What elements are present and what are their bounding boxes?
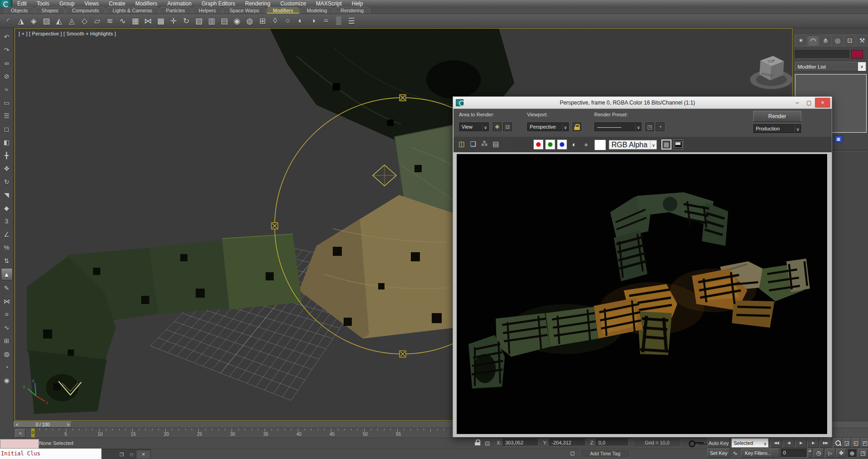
render-button[interactable]: Render: [753, 111, 801, 122]
select-scale-icon[interactable]: ◥: [1, 189, 12, 200]
tab-lights-cameras[interactable]: Lights & Cameras: [106, 7, 158, 14]
angle-snap-icon[interactable]: ∠: [1, 229, 12, 240]
clone-window-icon[interactable]: ⁂: [480, 140, 489, 149]
tab-space-warps[interactable]: Space Warps: [223, 7, 266, 14]
select-placement-icon[interactable]: ◆: [1, 202, 12, 214]
environment-icon[interactable]: ◔: [656, 122, 665, 131]
rendered-image[interactable]: [457, 154, 827, 434]
select-rotate-icon[interactable]: ↻: [1, 176, 12, 187]
push-modifier-icon[interactable]: ◇: [78, 15, 91, 27]
go-to-start-icon[interactable]: ◀◀: [770, 438, 782, 448]
zoom-icon[interactable]: [833, 438, 842, 448]
monitor-icon[interactable]: [673, 140, 683, 150]
auto-region-icon[interactable]: ⊡: [503, 122, 512, 131]
align-icon[interactable]: ≡: [1, 309, 12, 320]
tab-modifiers[interactable]: Modifiers: [266, 7, 300, 14]
maximize-window-button[interactable]: □: [127, 450, 137, 459]
menu-item[interactable]: Graph Editors: [197, 0, 240, 7]
curve-editor-icon[interactable]: ∿: [1, 322, 12, 333]
rendered-frame-window[interactable]: Perspective, frame 0, RGBA Color 16 Bits…: [453, 96, 832, 437]
shell-modifier-icon[interactable]: ○: [281, 15, 294, 27]
menu-item[interactable]: Create: [104, 0, 130, 7]
mini-curve-editor-button[interactable]: ≈: [15, 429, 25, 438]
material-editor-icon[interactable]: ◍: [1, 348, 12, 359]
smooth-modifier-icon[interactable]: ◉: [231, 15, 243, 27]
displace-modifier-icon[interactable]: ▩: [154, 15, 167, 27]
tab-shapes[interactable]: Shapes: [35, 7, 64, 14]
select-object-icon[interactable]: ▭: [1, 97, 12, 108]
go-to-end-icon[interactable]: ▶▶: [819, 438, 831, 448]
restore-window-button[interactable]: ❐: [117, 450, 127, 459]
edit-region-icon[interactable]: ✥: [493, 122, 502, 131]
menu-item[interactable]: Help: [347, 0, 368, 7]
modifier-list-dropdown[interactable]: Modifier List: [795, 62, 866, 71]
morpher-modifier-icon[interactable]: ◑: [307, 15, 320, 27]
play-icon[interactable]: ▶: [795, 438, 807, 448]
bend-modifier-icon[interactable]: ◜: [2, 15, 15, 27]
panel-tab-modify[interactable]: ◠: [807, 35, 819, 46]
rect-selection-icon[interactable]: ◻: [1, 123, 12, 135]
pan-hand-button[interactable]: ✥: [836, 449, 846, 458]
select-by-name-icon[interactable]: ☰: [1, 110, 12, 121]
percent-snap-icon[interactable]: %: [1, 242, 12, 253]
panel-tab-utilities[interactable]: ⚒: [856, 35, 868, 46]
red-channel-button[interactable]: [533, 140, 543, 150]
redo-icon[interactable]: ↷: [1, 44, 12, 55]
xform-modifier-icon[interactable]: ✛: [167, 15, 180, 27]
selection-region-icon[interactable]: ⊡: [485, 440, 490, 447]
viewport-dropdown[interactable]: Perspective: [527, 122, 569, 131]
maxscript-listener-output[interactable]: Initial Clus: [0, 449, 102, 459]
key-mode-toggle[interactable]: [770, 449, 779, 458]
lattice-modifier-icon[interactable]: ▦: [129, 15, 142, 27]
area-to-render-dropdown[interactable]: View: [459, 122, 489, 131]
zoom-extents-all-icon[interactable]: ◰: [861, 438, 868, 448]
edit-poly-icon[interactable]: ▥: [205, 15, 218, 27]
render-setup-small-icon[interactable]: ◳: [645, 122, 654, 131]
select-link-icon[interactable]: ∞: [1, 57, 12, 69]
copy-image-icon[interactable]: ❏: [469, 140, 478, 149]
configure-modifier-sets-icon[interactable]: ▦: [834, 135, 843, 143]
coord-x-field[interactable]: 303,052: [503, 439, 538, 446]
optimize-modifier-icon[interactable]: ◊: [269, 15, 281, 27]
play-selected-button[interactable]: ▷: [825, 449, 835, 458]
named-selection-icon[interactable]: ✎: [1, 282, 12, 294]
production-preset-dropdown[interactable]: Production: [753, 124, 801, 133]
alpha-channel-icon[interactable]: ●: [582, 140, 591, 149]
edit-patch-icon[interactable]: ▤: [218, 15, 231, 27]
modifier-list-arrow[interactable]: ∨: [858, 62, 866, 71]
flex-modifier-icon[interactable]: ≈: [320, 15, 332, 27]
menu-item[interactable]: Animation: [163, 0, 197, 7]
set-keys-key-icon[interactable]: [689, 439, 704, 446]
current-frame-marker[interactable]: 0: [31, 428, 35, 438]
stretch-modifier-icon[interactable]: ◭: [53, 15, 65, 27]
selection-lock-icon[interactable]: [475, 439, 480, 445]
skew-modifier-icon[interactable]: ◬: [65, 15, 78, 27]
channel-display-dropdown[interactable]: RGB Alpha: [609, 140, 657, 150]
bind-spacewarp-icon[interactable]: ≈: [1, 84, 12, 95]
panel-tab-display[interactable]: ⊡: [843, 35, 856, 46]
clear-image-icon[interactable]: ×: [503, 140, 513, 149]
menu-item[interactable]: Rendering: [240, 0, 275, 7]
menu-item[interactable]: Views: [79, 0, 104, 7]
schematic-view-icon[interactable]: ⊞: [1, 335, 12, 346]
menu-item[interactable]: Customize: [275, 0, 311, 7]
wave-modifier-icon[interactable]: ∿: [116, 15, 129, 27]
viewport-lock-icon[interactable]: [572, 122, 582, 131]
tab-compounds[interactable]: Compounds: [66, 7, 105, 14]
keyboard-override-icon[interactable]: ▲: [1, 268, 13, 280]
menu-item[interactable]: Modifiers: [130, 0, 163, 7]
tab-rendering[interactable]: Rendering: [334, 7, 370, 14]
tab-particles[interactable]: Particles: [159, 7, 191, 14]
spinner-snap-icon[interactable]: ⇅: [1, 255, 12, 266]
skin-modifier-icon[interactable]: ◐: [294, 15, 307, 27]
green-channel-button[interactable]: [545, 140, 555, 150]
monochrome-channel-icon[interactable]: ◐: [570, 140, 579, 149]
rfw-close-button[interactable]: ×: [815, 98, 830, 108]
maximize-viewport-button[interactable]: ◳: [858, 449, 868, 458]
rfw-title-bar[interactable]: Perspective, frame 0, RGBA Color 16 Bits…: [453, 97, 832, 109]
background-color-swatch[interactable]: [594, 140, 606, 150]
object-name-field[interactable]: [795, 50, 849, 59]
zoom-extents-icon[interactable]: ◱: [852, 438, 860, 448]
viewport-label[interactable]: [ + ] [ Perspective ] [ Smooth + Highlig…: [19, 31, 116, 36]
previous-frame-icon[interactable]: ◀: [783, 438, 794, 448]
